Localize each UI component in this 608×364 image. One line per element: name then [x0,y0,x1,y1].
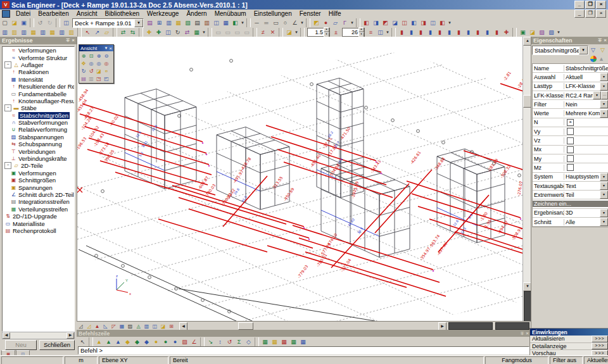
property-row-filter[interactable]: FilterNein▼ [533,100,608,109]
view-front-icon[interactable]: ◸ [110,322,118,330]
zoom-window-icon[interactable]: ⊡ [87,52,95,60]
property-value[interactable]: LFK-Klasse▼ [564,82,608,91]
flag-icon[interactable]: ▨ [180,337,189,346]
detailanzeige-button[interactable]: >>> [592,342,608,349]
member-3-icon[interactable]: ▮ [416,28,426,37]
property-row-lfk-klasse[interactable]: LFK-KlasseRC2.4 Rampe▼… [533,91,608,100]
tree-item-auflager[interactable]: −△Auflager [3,61,74,68]
ucs-icon[interactable]: Γ [340,18,350,27]
model-3d-view[interactable]: -458.94-455.04-418.27-104.28-104.52-196.… [77,37,531,321]
tree-item-verformungen[interactable]: ≈Verformungen [3,47,74,54]
window-layout-5-icon[interactable]: ◫ [400,18,409,27]
shade-icon[interactable]: ▨ [126,322,134,330]
redo-icon[interactable]: ↻ [45,18,54,27]
pointer-icon[interactable]: ↖ [83,28,92,37]
property-value[interactable]: Text▼ [564,182,608,190]
select-layer-icon[interactable]: ▦ [28,28,38,37]
axo-icon[interactable]: ▲ [93,322,101,330]
gray-tool-4-icon[interactable]: ▭ [242,28,251,37]
coord-x-icon[interactable]: ↘ [206,337,215,346]
lasso-icon[interactable]: ↗ [92,28,102,37]
rotate-icon[interactable]: ↻ [173,28,182,37]
property-value[interactable]: Hauptsystem▼ [564,173,608,181]
tree-item-fundamenttabelle[interactable]: ▭Fundamenttabelle [3,90,74,97]
rect-icon[interactable]: ▭ [271,18,281,27]
property-value[interactable]: Aktuell▼ [564,73,608,81]
coord-y-icon[interactable]: ↕ [215,337,225,346]
magnify-1-icon[interactable]: ◎ [87,60,95,67]
new-window-icon[interactable]: ◫ [61,18,71,27]
property-row-schnitt[interactable]: SchnittAlle▼ [533,218,608,227]
snap-end-icon[interactable]: ▲ [113,337,123,346]
chevron-down-icon[interactable]: ▼ [600,110,608,118]
menu-datei[interactable]: Datei [12,10,34,17]
property-row-mz[interactable]: Mz [533,163,608,172]
layer-4-icon[interactable]: ▦ [289,337,298,346]
persp-2-icon[interactable]: ◿ [85,322,93,330]
status-plane[interactable]: Ebene XY [99,356,168,364]
structural-3d-drawing[interactable]: -458.94-455.04-418.27-104.28-104.52-196.… [77,37,531,321]
checkbox-unchecked[interactable] [567,137,574,144]
calculator-icon[interactable]: ⊞ [155,18,164,27]
result-4-icon[interactable]: ▧ [547,28,556,37]
persp-1-icon[interactable]: ◿ [77,322,85,330]
tree-item-schnitt-durch-2d-teil[interactable]: ∠Schnitt durch 2D-Teil [3,191,74,198]
layer-2-icon[interactable]: ▦ [270,337,279,346]
property-value[interactable]: Teil▼ [564,191,608,199]
layer-5-icon[interactable]: ▦ [298,337,308,346]
tree-collapse-icon[interactable]: − [4,162,11,169]
select-c-icon[interactable]: ▥ [57,28,66,37]
property-value[interactable]: Alle▼ [564,218,608,226]
property-value[interactable]: Stabschnittgrößen [564,65,608,72]
move-icon[interactable]: ✚ [144,28,154,37]
array-icon[interactable]: ▦ [192,28,201,37]
restore-button[interactable]: ❐ [585,1,595,9]
property-value[interactable]: RC2.4 Rampe▼… [564,91,608,99]
chevron-down-icon[interactable]: ▼ [600,209,608,217]
hscroll-dark-2[interactable] [495,322,529,330]
poly-select-icon[interactable]: ▱ [102,28,111,37]
tree-collapse-icon[interactable]: − [4,61,11,68]
coord-abs-icon[interactable]: Σ [234,337,244,346]
property-row-system[interactable]: SystemHauptsystem▼ [533,173,608,182]
pin-icon[interactable]: ∓ [66,38,70,43]
member-8-icon[interactable]: ▮ [464,28,473,37]
property-row-n[interactable]: N× [533,118,608,127]
scale-spinner[interactable]: 1.5▲▼ [307,28,330,37]
chevron-down-icon[interactable]: ▼ [600,82,608,91]
command-input[interactable]: Befehl > [78,346,529,355]
property-set-combo[interactable]: Stabschnittgrößen ( ▼ [532,46,588,55]
filter-star-icon[interactable]: ▽ [598,46,607,54]
scroll-left-icon[interactable]: ◀ [179,322,187,330]
tree-item-st-be[interactable]: −▬Stäbe [3,104,74,111]
checkbox-unchecked[interactable] [567,128,574,135]
member-4-icon[interactable]: ▮ [426,28,435,37]
status-filter[interactable]: Filter aus [550,356,583,364]
clip-box-icon[interactable]: ▱ [331,18,340,27]
tree-item-rechenprotokoll[interactable]: ▤Rechenprotokoll [3,227,74,234]
hscroll-thumb[interactable] [238,322,253,330]
window-layout-2-icon[interactable]: ◨ [371,18,381,27]
undo-icon[interactable]: ↺ [35,18,45,27]
paste-icon[interactable]: ◫ [163,28,173,37]
tree-item-2d-teile[interactable]: −▱2D-Teile [3,162,74,169]
chevron-down-icon[interactable]: ▼ [579,46,588,54]
snap-near-icon[interactable]: ● [170,337,180,346]
menu-werkzeuge[interactable]: Werkzeuge [143,10,182,17]
unlink-icon[interactable]: ⇆ [128,28,137,37]
print-view-icon[interactable]: ▤ [80,75,87,82]
member-7-icon[interactable]: ▮ [454,28,464,37]
tree-item-verbindungskr-fte[interactable]: ⊥Verbindungskräfte [3,155,74,162]
coord-z-icon[interactable]: ↺ [225,337,234,346]
gray-tool-1-icon[interactable]: ▭ [213,28,223,37]
tree-item-verteilungsstreifen[interactable]: ▦Verteilungsstreifen [3,206,74,213]
select-node-icon[interactable]: ▥ [0,28,10,37]
pan-icon[interactable]: ✥ [80,60,87,67]
chevron-down-icon[interactable]: ▼ [350,21,355,25]
chevron-down-icon[interactable]: ▼ [294,30,299,34]
aktualisieren-button[interactable]: >>> [592,336,608,342]
member-5-icon[interactable]: ▮ [435,28,445,37]
zoom-in-icon[interactable]: ⊕ [95,52,103,60]
property-value[interactable] [564,128,608,135]
new-project-icon[interactable]: ▢ [0,18,10,27]
